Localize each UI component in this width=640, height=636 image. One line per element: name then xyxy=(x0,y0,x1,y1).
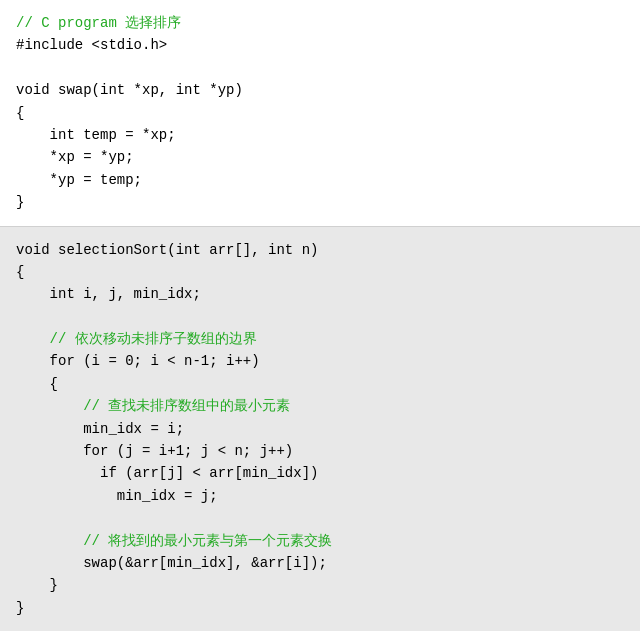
code-line: #include <stdio.h> xyxy=(16,34,624,56)
code-line: // 依次移动未排序子数组的边界 xyxy=(16,328,624,350)
code-line: // 查找未排序数组中的最小元素 xyxy=(16,395,624,417)
code-line: min_idx = j; xyxy=(16,485,624,507)
code-line: for (j = i+1; j < n; j++) xyxy=(16,440,624,462)
code-line: } xyxy=(16,191,624,213)
code-line: void swap(int *xp, int *yp) xyxy=(16,79,624,101)
code-block-1: // C program 选择排序#include <stdio.h>void … xyxy=(0,0,640,227)
code-line: int temp = *xp; xyxy=(16,124,624,146)
code-line: for (i = 0; i < n-1; i++) xyxy=(16,350,624,372)
empty-line xyxy=(16,306,624,328)
code-viewer: // C program 选择排序#include <stdio.h>void … xyxy=(0,0,640,631)
code-line: // C program 选择排序 xyxy=(16,12,624,34)
code-line: *xp = *yp; xyxy=(16,146,624,168)
code-line: *yp = temp; xyxy=(16,169,624,191)
code-line: if (arr[j] < arr[min_idx]) xyxy=(16,462,624,484)
code-line: { xyxy=(16,102,624,124)
code-line: } xyxy=(16,574,624,596)
code-block-2: void selectionSort(int arr[], int n){ in… xyxy=(0,227,640,632)
code-line: } xyxy=(16,597,624,619)
code-line: swap(&arr[min_idx], &arr[i]); xyxy=(16,552,624,574)
code-line: min_idx = i; xyxy=(16,418,624,440)
code-line: { xyxy=(16,261,624,283)
code-line: { xyxy=(16,373,624,395)
empty-line xyxy=(16,57,624,79)
empty-line xyxy=(16,507,624,529)
code-line: int i, j, min_idx; xyxy=(16,283,624,305)
code-line: void selectionSort(int arr[], int n) xyxy=(16,239,624,261)
code-line: // 将找到的最小元素与第一个元素交换 xyxy=(16,530,624,552)
